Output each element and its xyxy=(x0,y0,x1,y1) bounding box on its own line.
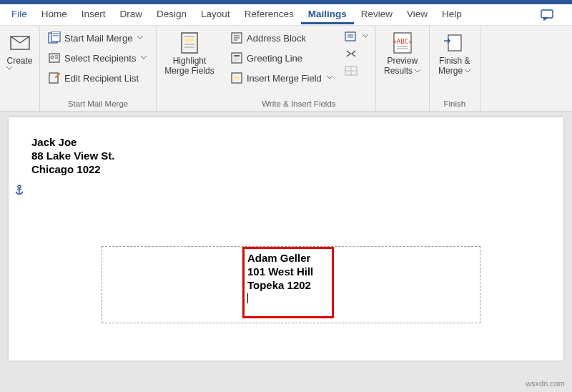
svg-rect-10 xyxy=(49,73,58,83)
svg-rect-12 xyxy=(184,39,194,41)
return-city: Chicago 1022 xyxy=(31,163,114,177)
watermark: wsxdn.com xyxy=(526,379,565,388)
tab-help[interactable]: Help xyxy=(435,5,469,24)
tab-references[interactable]: References xyxy=(237,5,301,24)
tab-insert[interactable]: Insert xyxy=(74,5,113,24)
group-preview: «ABC» PreviewResults xyxy=(376,26,430,111)
finish-label2: Merge xyxy=(438,66,463,76)
chevron-down-icon xyxy=(363,34,368,39)
delivery-name: Adam Geller xyxy=(247,252,326,265)
svg-rect-11 xyxy=(182,33,197,53)
tab-design[interactable]: Design xyxy=(149,5,194,24)
highlight-merge-fields-button[interactable]: HighlightMerge Fields xyxy=(161,29,218,106)
finish-label1: Finish & xyxy=(439,56,470,66)
preview-icon: «ABC» xyxy=(390,31,415,55)
tab-home[interactable]: Home xyxy=(34,5,74,24)
greeting-line-label: Greeting Line xyxy=(247,53,302,64)
insert-merge-field-label: Insert Merge Field xyxy=(247,73,322,84)
preview-results-button[interactable]: «ABC» PreviewResults xyxy=(380,29,425,106)
return-street: 88 Lake View St. xyxy=(31,150,114,163)
document-area: Jack Joe 88 Lake View St. Chicago 1022 A… xyxy=(0,112,572,392)
create-label: Create xyxy=(6,56,32,66)
highlight-icon xyxy=(177,31,202,55)
delivery-address-frame[interactable]: Adam Geller 101 West Hill Topeka 1202 xyxy=(102,246,480,323)
start-mail-merge-button[interactable]: Start Mail Merge xyxy=(44,29,152,47)
ribbon: Create Start Mail Merge Select Re xyxy=(0,26,572,112)
group-start-mail-merge-label: Start Mail Merge xyxy=(44,97,152,111)
recipients-icon xyxy=(48,52,61,64)
start-mail-merge-label: Start Mail Merge xyxy=(64,33,132,44)
insert-merge-field-button[interactable]: Insert Merge Field xyxy=(227,69,336,87)
match-fields-button[interactable] xyxy=(342,46,371,62)
svg-text:«ABC»: «ABC» xyxy=(393,38,412,45)
return-name: Jack Joe xyxy=(31,136,114,150)
address-block-button[interactable]: Address Block xyxy=(227,29,336,47)
finish-merge-button[interactable]: Finish &Merge xyxy=(434,29,475,97)
group-finish: Finish &Merge Finish xyxy=(430,26,480,111)
rules-icon xyxy=(345,31,358,41)
group-create: Create xyxy=(0,26,40,111)
greeting-line-button[interactable]: Greeting Line xyxy=(227,49,336,67)
edit-list-icon xyxy=(48,72,61,84)
svg-rect-36 xyxy=(448,35,461,51)
text-cursor xyxy=(247,293,248,303)
svg-rect-25 xyxy=(234,77,240,79)
edit-recipient-list-button[interactable]: Edit Recipient List xyxy=(44,69,152,87)
envelope-icon xyxy=(8,31,32,55)
return-address[interactable]: Jack Joe 88 Lake View St. Chicago 1022 xyxy=(31,136,114,176)
comments-button[interactable] xyxy=(535,6,559,24)
preview-label1: Preview xyxy=(387,56,418,66)
svg-rect-0 xyxy=(541,10,553,18)
tab-draw[interactable]: Draw xyxy=(113,5,150,24)
tab-mailings[interactable]: Mailings xyxy=(301,5,354,24)
group-finish-label: Finish xyxy=(434,97,475,111)
svg-rect-20 xyxy=(232,53,242,63)
tab-view[interactable]: View xyxy=(400,5,435,24)
tab-file[interactable]: File xyxy=(4,5,34,24)
svg-rect-26 xyxy=(345,32,355,41)
address-block-icon xyxy=(230,31,243,44)
chevron-down-icon xyxy=(137,36,143,40)
svg-point-37 xyxy=(18,185,21,188)
match-fields-icon xyxy=(345,49,358,59)
preview-label2: Results xyxy=(384,66,413,76)
comment-icon xyxy=(541,9,553,21)
tab-review[interactable]: Review xyxy=(354,5,400,24)
group-highlight: HighlightMerge Fields xyxy=(157,26,222,111)
group-write-insert: Address Block Greeting Line Insert Merge… xyxy=(222,26,376,111)
chevron-down-icon xyxy=(465,69,470,74)
select-recipients-label: Select Recipients xyxy=(64,53,136,64)
group-start-mail-merge: Start Mail Merge Select Recipients Edit … xyxy=(40,26,157,111)
envelope-page[interactable]: Jack Joe 88 Lake View St. Chicago 1022 A… xyxy=(9,117,563,361)
delivery-street: 101 West Hill xyxy=(247,265,326,279)
chevron-down-icon xyxy=(6,67,12,71)
tab-layout[interactable]: Layout xyxy=(194,5,237,24)
greeting-line-icon xyxy=(230,52,243,64)
chevron-down-icon xyxy=(141,56,147,60)
rules-button[interactable] xyxy=(342,29,371,44)
create-envelopes-button[interactable]: Create xyxy=(4,29,35,106)
highlight-label2: Merge Fields xyxy=(164,66,214,76)
insert-field-icon xyxy=(230,72,243,84)
update-labels-button[interactable] xyxy=(342,63,371,79)
tab-bar: File Home Insert Draw Design Layout Refe… xyxy=(0,4,572,26)
svg-point-7 xyxy=(51,56,54,59)
update-labels-icon xyxy=(345,66,358,76)
chevron-down-icon xyxy=(327,76,332,80)
address-block-label: Address Block xyxy=(247,33,306,44)
group-write-insert-label: Write & Insert Fields xyxy=(227,97,371,111)
delivery-city: Topeka 1202 xyxy=(247,279,326,293)
svg-rect-3 xyxy=(51,31,60,41)
finish-merge-icon xyxy=(443,31,467,55)
select-recipients-button[interactable]: Select Recipients xyxy=(44,49,152,67)
group-create-label xyxy=(4,106,35,111)
chevron-down-icon xyxy=(415,69,420,74)
highlight-label1: Highlight xyxy=(173,56,207,66)
edit-recipient-label: Edit Recipient List xyxy=(64,73,139,84)
anchor-icon xyxy=(14,185,24,196)
mail-merge-icon xyxy=(48,31,61,44)
delivery-address-highlight: Adam Geller 101 West Hill Topeka 1202 xyxy=(242,247,334,318)
